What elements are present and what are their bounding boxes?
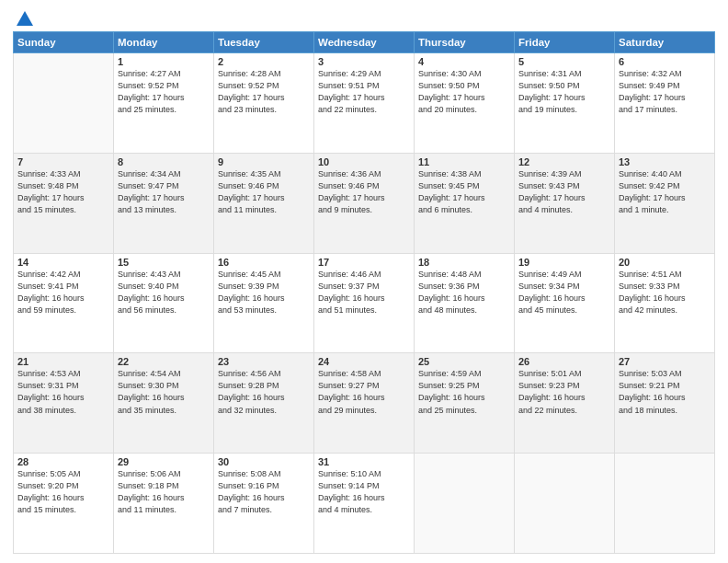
day-number: 22: [118, 356, 210, 367]
calendar-cell: 19Sunrise: 4:49 AM Sunset: 9:34 PM Dayli…: [515, 253, 615, 353]
calendar-cell: 24Sunrise: 4:58 AM Sunset: 9:27 PM Dayli…: [314, 353, 415, 454]
day-info: Sunrise: 5:08 AM Sunset: 9:16 PM Dayligh…: [218, 468, 310, 516]
calendar-cell: 20Sunrise: 4:51 AM Sunset: 9:33 PM Dayli…: [615, 253, 715, 353]
day-number: 11: [418, 156, 510, 167]
day-number: 25: [418, 356, 510, 367]
logo: [13, 9, 35, 26]
day-info: Sunrise: 4:36 AM Sunset: 9:46 PM Dayligh…: [318, 168, 410, 216]
calendar-cell: 6Sunrise: 4:32 AM Sunset: 9:49 PM Daylig…: [615, 53, 715, 154]
calendar-cell: 11Sunrise: 4:38 AM Sunset: 9:45 PM Dayli…: [415, 153, 515, 253]
calendar-cell: 2Sunrise: 4:28 AM Sunset: 9:52 PM Daylig…: [214, 53, 314, 154]
day-number: 12: [518, 156, 610, 167]
day-info: Sunrise: 4:29 AM Sunset: 9:51 PM Dayligh…: [318, 68, 410, 116]
day-header-sunday: Sunday: [14, 32, 114, 53]
day-info: Sunrise: 4:49 AM Sunset: 9:34 PM Dayligh…: [518, 269, 610, 316]
calendar-cell: 13Sunrise: 4:40 AM Sunset: 9:42 PM Dayli…: [615, 153, 715, 253]
day-info: Sunrise: 4:45 AM Sunset: 9:39 PM Dayligh…: [218, 269, 310, 316]
calendar-cell: 3Sunrise: 4:29 AM Sunset: 9:51 PM Daylig…: [314, 53, 415, 154]
day-number: 24: [318, 356, 410, 367]
day-info: Sunrise: 4:46 AM Sunset: 9:37 PM Dayligh…: [318, 269, 410, 316]
header: [13, 9, 715, 26]
calendar-cell: 7Sunrise: 4:33 AM Sunset: 9:48 PM Daylig…: [14, 153, 114, 253]
day-header-wednesday: Wednesday: [314, 32, 415, 53]
day-number: 31: [318, 456, 410, 467]
calendar-cell: [14, 53, 114, 154]
calendar-cell: 28Sunrise: 5:05 AM Sunset: 9:20 PM Dayli…: [14, 454, 114, 554]
day-number: 27: [619, 356, 711, 367]
day-number: 13: [619, 156, 711, 167]
day-header-friday: Friday: [515, 32, 615, 53]
day-info: Sunrise: 5:06 AM Sunset: 9:18 PM Dayligh…: [118, 468, 210, 516]
calendar-cell: 22Sunrise: 4:54 AM Sunset: 9:30 PM Dayli…: [114, 353, 214, 454]
svg-marker-0: [17, 11, 33, 26]
day-number: 15: [118, 257, 210, 268]
day-info: Sunrise: 5:03 AM Sunset: 9:21 PM Dayligh…: [619, 368, 711, 416]
calendar-week-row: 14Sunrise: 4:42 AM Sunset: 9:41 PM Dayli…: [14, 253, 715, 353]
logo-icon: [15, 9, 35, 29]
day-number: 23: [218, 356, 310, 367]
day-number: 19: [518, 257, 610, 268]
day-header-thursday: Thursday: [415, 32, 515, 53]
calendar-cell: 8Sunrise: 4:34 AM Sunset: 9:47 PM Daylig…: [114, 153, 214, 253]
day-info: Sunrise: 4:30 AM Sunset: 9:50 PM Dayligh…: [418, 68, 510, 116]
day-info: Sunrise: 4:51 AM Sunset: 9:33 PM Dayligh…: [619, 269, 711, 316]
calendar-cell: 26Sunrise: 5:01 AM Sunset: 9:23 PM Dayli…: [515, 353, 615, 454]
day-number: 20: [619, 257, 711, 268]
day-info: Sunrise: 5:10 AM Sunset: 9:14 PM Dayligh…: [318, 468, 410, 516]
day-info: Sunrise: 4:31 AM Sunset: 9:50 PM Dayligh…: [518, 68, 610, 116]
calendar-cell: 17Sunrise: 4:46 AM Sunset: 9:37 PM Dayli…: [314, 253, 415, 353]
calendar-cell: 21Sunrise: 4:53 AM Sunset: 9:31 PM Dayli…: [14, 353, 114, 454]
day-number: 8: [118, 156, 210, 167]
day-number: 21: [17, 356, 109, 367]
day-header-tuesday: Tuesday: [214, 32, 314, 53]
day-number: 9: [218, 156, 310, 167]
day-number: 10: [318, 156, 410, 167]
page: SundayMondayTuesdayWednesdayThursdayFrid…: [0, 0, 728, 563]
day-info: Sunrise: 4:54 AM Sunset: 9:30 PM Dayligh…: [118, 368, 210, 416]
day-header-monday: Monday: [114, 32, 214, 53]
day-info: Sunrise: 4:59 AM Sunset: 9:25 PM Dayligh…: [418, 368, 510, 416]
day-number: 4: [418, 56, 510, 67]
day-number: 1: [118, 56, 210, 67]
day-info: Sunrise: 4:42 AM Sunset: 9:41 PM Dayligh…: [17, 269, 109, 316]
day-number: 3: [318, 56, 410, 67]
day-info: Sunrise: 4:56 AM Sunset: 9:28 PM Dayligh…: [218, 368, 310, 416]
calendar-cell: 9Sunrise: 4:35 AM Sunset: 9:46 PM Daylig…: [214, 153, 314, 253]
calendar-cell: 16Sunrise: 4:45 AM Sunset: 9:39 PM Dayli…: [214, 253, 314, 353]
calendar-cell: 12Sunrise: 4:39 AM Sunset: 9:43 PM Dayli…: [515, 153, 615, 253]
day-info: Sunrise: 4:27 AM Sunset: 9:52 PM Dayligh…: [118, 68, 210, 116]
day-number: 26: [518, 356, 610, 367]
calendar-cell: 25Sunrise: 4:59 AM Sunset: 9:25 PM Dayli…: [415, 353, 515, 454]
day-info: Sunrise: 4:34 AM Sunset: 9:47 PM Dayligh…: [118, 168, 210, 216]
day-number: 29: [118, 456, 210, 467]
calendar-cell: 4Sunrise: 4:30 AM Sunset: 9:50 PM Daylig…: [415, 53, 515, 154]
day-number: 30: [218, 456, 310, 467]
calendar-table: SundayMondayTuesdayWednesdayThursdayFrid…: [13, 31, 715, 554]
day-number: 7: [17, 156, 109, 167]
calendar-cell: 18Sunrise: 4:48 AM Sunset: 9:36 PM Dayli…: [415, 253, 515, 353]
calendar-cell: [515, 454, 615, 554]
day-number: 16: [218, 257, 310, 268]
day-info: Sunrise: 4:48 AM Sunset: 9:36 PM Dayligh…: [418, 269, 510, 316]
day-number: 5: [518, 56, 610, 67]
day-info: Sunrise: 4:40 AM Sunset: 9:42 PM Dayligh…: [619, 168, 711, 216]
day-header-saturday: Saturday: [615, 32, 715, 53]
calendar-cell: 1Sunrise: 4:27 AM Sunset: 9:52 PM Daylig…: [114, 53, 214, 154]
day-info: Sunrise: 4:32 AM Sunset: 9:49 PM Dayligh…: [619, 68, 711, 116]
calendar-cell: 23Sunrise: 4:56 AM Sunset: 9:28 PM Dayli…: [214, 353, 314, 454]
day-info: Sunrise: 4:53 AM Sunset: 9:31 PM Dayligh…: [17, 368, 109, 416]
day-number: 17: [318, 257, 410, 268]
day-info: Sunrise: 4:33 AM Sunset: 9:48 PM Dayligh…: [17, 168, 109, 216]
day-info: Sunrise: 4:43 AM Sunset: 9:40 PM Dayligh…: [118, 269, 210, 316]
calendar-cell: 29Sunrise: 5:06 AM Sunset: 9:18 PM Dayli…: [114, 454, 214, 554]
calendar-cell: 30Sunrise: 5:08 AM Sunset: 9:16 PM Dayli…: [214, 454, 314, 554]
calendar-week-row: 21Sunrise: 4:53 AM Sunset: 9:31 PM Dayli…: [14, 353, 715, 454]
calendar-cell: 14Sunrise: 4:42 AM Sunset: 9:41 PM Dayli…: [14, 253, 114, 353]
day-info: Sunrise: 4:28 AM Sunset: 9:52 PM Dayligh…: [218, 68, 310, 116]
day-number: 28: [17, 456, 109, 467]
calendar-cell: [615, 454, 715, 554]
day-number: 14: [17, 257, 109, 268]
day-number: 2: [218, 56, 310, 67]
calendar-week-row: 7Sunrise: 4:33 AM Sunset: 9:48 PM Daylig…: [14, 153, 715, 253]
calendar-cell: 15Sunrise: 4:43 AM Sunset: 9:40 PM Dayli…: [114, 253, 214, 353]
